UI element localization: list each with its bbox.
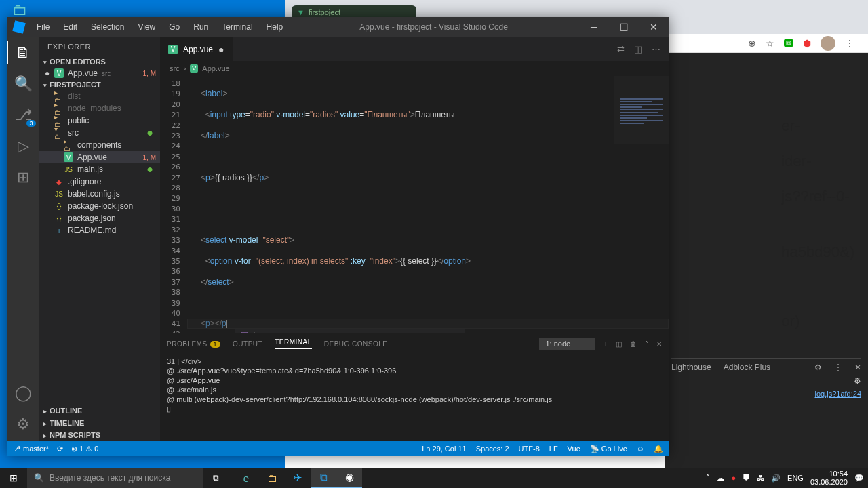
panel-tab-terminal[interactable]: TERMINAL — [275, 338, 312, 349]
task-view-icon[interactable]: ⧉ — [203, 473, 228, 483]
gear-icon[interactable]: ⚙ — [854, 376, 861, 386]
tray-chevron-icon[interactable]: ˄ — [706, 474, 710, 483]
notifications-icon[interactable]: 💬 — [854, 474, 864, 483]
new-terminal-icon[interactable]: + — [604, 340, 608, 348]
kill-terminal-icon[interactable]: 🗑 — [630, 340, 637, 348]
split-terminal-icon[interactable]: ◫ — [616, 340, 622, 348]
menu-go[interactable]: Go — [163, 20, 185, 35]
problems-indicator[interactable]: ⊗ 1 ⚠ 0 — [71, 445, 98, 453]
profile-avatar[interactable] — [821, 36, 835, 51]
feedback-icon[interactable]: ☺ — [637, 445, 644, 453]
vue-file-icon: V — [168, 45, 178, 54]
code-content[interactable]: <label> <input type="radio" v-model="rad… — [187, 76, 669, 333]
tree-item[interactable]: ◆.gitignore — [39, 176, 160, 188]
close-button[interactable]: ✕ — [639, 17, 669, 37]
tree-item[interactable]: VApp.vue1, M — [39, 151, 160, 163]
vscode-logo-icon — [12, 20, 26, 34]
menu-terminal[interactable]: Terminal — [216, 20, 258, 35]
tree-item[interactable]: ▾ 🗀src● — [39, 127, 160, 139]
start-button[interactable]: ⊞ — [0, 468, 27, 488]
menu-help[interactable]: Help — [261, 20, 289, 35]
console-source-link[interactable]: log.js?1afd:24 — [671, 386, 861, 398]
maximize-button[interactable]: ☐ — [609, 17, 639, 37]
tree-item[interactable]: {}package.json — [39, 212, 160, 224]
gear-icon[interactable]: ⚙ — [814, 363, 822, 372]
taskbar-search[interactable]: 🔍 Введите здесь текст для поиска — [27, 468, 203, 488]
outline-section[interactable]: OUTLINE — [39, 405, 160, 417]
mail-icon[interactable]: ✉ — [784, 39, 793, 47]
autocomplete-popup[interactable]: ❑/p — [235, 329, 465, 333]
md-icon: i — [54, 226, 64, 235]
minimap[interactable] — [614, 76, 669, 144]
explorer-icon[interactable]: 🗎 — [16, 44, 31, 62]
encoding[interactable]: UTF-8 — [519, 445, 540, 453]
chrome-icon[interactable]: ◉ — [336, 468, 362, 488]
terminal-output[interactable]: 31 | </div> @ ./src/App.vue?vue&type=tem… — [160, 354, 669, 441]
tab-app-vue[interactable]: V App.vue ● — [160, 37, 233, 61]
code-editor[interactable]: 18 19 20 21 22 23 24 25 26 27 28 29 30 3… — [160, 76, 669, 333]
sync-icon[interactable]: ⟳ — [57, 445, 63, 453]
explorer-icon[interactable]: 🗀 — [259, 468, 285, 488]
search-icon[interactable]: 🔍 — [14, 75, 33, 93]
branch-indicator[interactable]: ⎇ master* — [12, 445, 49, 453]
menu-file[interactable]: File — [31, 20, 55, 35]
indentation[interactable]: Spaces: 2 — [476, 445, 509, 453]
tray-onedrive-icon[interactable]: ☁ — [717, 474, 724, 483]
menu-selection[interactable]: Selection — [85, 20, 130, 35]
js-icon: JS — [64, 165, 73, 174]
tree-item[interactable]: iREADME.md — [39, 224, 160, 237]
run-debug-icon[interactable]: ▷ — [18, 138, 29, 155]
go-live-button[interactable]: 📡 Go Live — [590, 445, 627, 453]
tray-network-icon[interactable]: 🖧 — [757, 474, 764, 482]
vscode-icon[interactable]: ⧉ — [311, 468, 336, 488]
tray-volume-icon[interactable]: 🔊 — [771, 474, 781, 483]
split-editor-icon[interactable]: ◫ — [634, 44, 642, 54]
settings-gear-icon[interactable]: ⚙ — [16, 415, 30, 433]
panel-tab-problems[interactable]: PROBLEMS1 — [167, 340, 220, 348]
eol[interactable]: LF — [549, 445, 558, 453]
panel-tab-debug[interactable]: DEBUG CONSOLE — [324, 340, 388, 348]
chrome-menu-icon[interactable]: ⋮ — [845, 38, 854, 49]
panel-tab-output[interactable]: OUTPUT — [233, 340, 262, 348]
tree-item[interactable]: JSmain.js● — [39, 163, 160, 176]
extension-icon[interactable]: ⬢ — [803, 38, 811, 49]
open-editors-section[interactable]: OPEN EDITORS — [39, 56, 160, 67]
devtools-close-icon[interactable]: ✕ — [854, 363, 861, 372]
breadcrumb[interactable]: src› V App.vue — [160, 61, 669, 76]
tree-item[interactable]: {}package-lock.json — [39, 200, 160, 212]
terminal-selector[interactable]: 1: node — [539, 338, 595, 350]
accounts-icon[interactable]: ◯ — [15, 384, 32, 402]
devtools-tab-lighthouse[interactable]: Lighthouse — [671, 363, 711, 372]
devtools-menu-icon[interactable]: ⋮ — [834, 363, 842, 372]
minimize-button[interactable]: ─ — [579, 17, 609, 37]
npm-scripts-section[interactable]: NPM SCRIPTS — [39, 429, 160, 441]
close-panel-icon[interactable]: ✕ — [656, 340, 662, 348]
star-icon[interactable]: ☆ — [766, 38, 774, 49]
tray-record-icon[interactable]: ● — [731, 474, 736, 482]
more-actions-icon[interactable]: ⋯ — [652, 44, 660, 54]
timeline-section[interactable]: TIMELINE — [39, 417, 160, 429]
language-mode[interactable]: Vue — [568, 445, 580, 453]
menu-run[interactable]: Run — [188, 20, 214, 35]
notifications-icon[interactable]: 🔔 — [654, 445, 663, 453]
tree-item[interactable]: JSbabel.config.js — [39, 188, 160, 200]
menu-view[interactable]: View — [132, 20, 161, 35]
search-icon[interactable]: ⊕ — [748, 38, 756, 49]
devtools-tab-adblock[interactable]: Adblock Plus — [724, 363, 770, 372]
menu-edit[interactable]: Edit — [58, 20, 83, 35]
edge-icon[interactable]: e — [233, 468, 259, 488]
line-gutter: 18 19 20 21 22 23 24 25 26 27 28 29 30 3… — [160, 76, 187, 333]
extensions-icon[interactable]: ⊞ — [17, 169, 29, 186]
tray-defender-icon[interactable]: ⛊ — [743, 474, 750, 482]
telegram-icon[interactable]: ✈ — [285, 468, 311, 488]
compare-changes-icon[interactable]: ⇄ — [617, 44, 625, 54]
source-control-icon[interactable]: ⎇3 — [15, 106, 32, 124]
cursor-position[interactable]: Ln 29, Col 11 — [422, 445, 466, 453]
tray-clock[interactable]: 10:54 03.06.2020 — [810, 470, 848, 486]
tray-language[interactable]: ENG — [787, 474, 804, 482]
sidebar: EXPLORER OPEN EDITORS ● V App.vue src 1,… — [39, 37, 160, 441]
tree-item[interactable]: ▸ 🗀components — [39, 139, 160, 151]
open-editor-item[interactable]: ● V App.vue src 1, M — [39, 67, 160, 79]
desktop-folder-icon[interactable]: 🗀 — [12, 1, 27, 19]
maximize-panel-icon[interactable]: ˄ — [645, 340, 648, 348]
